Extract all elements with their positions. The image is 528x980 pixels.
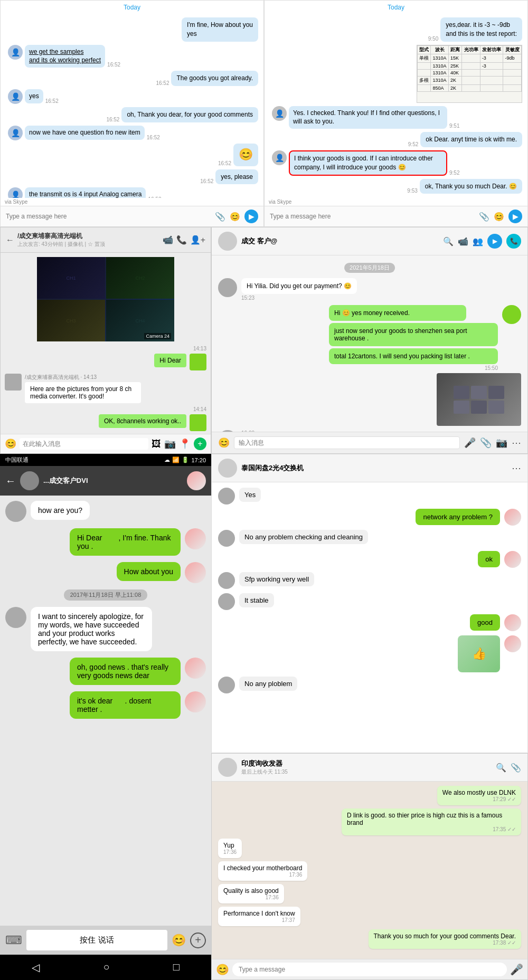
emoji-icon[interactable]: 😊 [5, 438, 16, 450]
phone-statusbar: 中国联通 ☁ 📶 🔋 17:20 [0, 454, 211, 466]
mic-icon[interactable]: 🎤 [464, 437, 476, 449]
phone-navbar: ◁ ○ □ [0, 955, 211, 980]
video-call-icon[interactable]: 📹 [458, 236, 468, 246]
wa-time-dlink: 17:35 ✓✓ [347, 826, 516, 832]
wa-emoji-icon[interactable]: 😊 [216, 963, 229, 976]
wa-search-icon[interactable]: 🔍 [496, 763, 506, 773]
wa-body: We also mostly use DLNK 17:29 ✓✓ D link … [212, 782, 527, 959]
keyboard-icon[interactable]: ⌨ [5, 934, 22, 947]
avatar-grad-good [504, 614, 521, 631]
phone-panel: 中国联通 ☁ 📶 🔋 17:20 ← ...成交客户DVI [0, 454, 211, 980]
msg-row: 👤 we get the samples and its ok working … [6, 45, 258, 68]
avatar-gradient [187, 471, 206, 490]
cctv-cell-3: CH3 [37, 300, 105, 341]
message-bubble-ok: OK, 8channels working ok.. [99, 414, 186, 428]
more-options-icon[interactable]: ⋯ [512, 437, 521, 449]
more-icon[interactable]: ⋯ [512, 462, 521, 474]
group-icon[interactable]: 👥 [473, 236, 483, 246]
cctv-cell-2: CH2 [106, 257, 174, 299]
search-icon[interactable]: 🔍 [443, 236, 454, 246]
avatar-left [218, 488, 235, 505]
attachment-icon[interactable]: 📎 [479, 212, 489, 222]
message-bubble-apologize: I want to sincerely apologize, for my wo… [31, 607, 152, 651]
message-input-right[interactable] [270, 213, 475, 220]
timestamp-right: 15:50 [329, 365, 498, 371]
send-button[interactable]: ▶ [244, 210, 258, 223]
file-icon[interactable]: 📎 [480, 437, 492, 449]
wa-bubble-performance: Performance I don't know 17:37 [218, 907, 300, 926]
more-icon[interactable]: 👤+ [190, 235, 205, 245]
location-icon[interactable]: 📍 [179, 438, 191, 450]
wechat-input-right[interactable] [234, 436, 460, 449]
msg-row: yes,dear. it is -3 ~ -9dband this is the… [270, 17, 522, 42]
contact-name: 成交 客户@ [241, 236, 439, 246]
recents-nav-icon[interactable]: □ [173, 961, 180, 974]
camera-icon[interactable]: 📷 [496, 437, 507, 449]
wa-title: 印度询收发器 [241, 759, 492, 768]
wechat-header-right: 成交 客户@ 🔍 📹 👥 ▶ 📞 [212, 227, 527, 255]
emoji-icon[interactable]: 😊 [494, 212, 504, 222]
call-btn[interactable]: 📞 [506, 234, 521, 249]
avatar-gradient-3 [185, 562, 206, 583]
msg-ok: ok [218, 551, 521, 568]
msg-row: yes, please 16:52 [6, 169, 258, 185]
wa-attachment-icon[interactable]: 📎 [511, 763, 521, 773]
avatar-right [190, 354, 206, 370]
message-bubble: now we have one question fro new item [25, 126, 145, 140]
msg-row-hi-yilia: Hi Yilia. Did you get our payment? 😊 15:… [218, 278, 521, 301]
avatar: 👤 [8, 126, 23, 140]
wa-message-input[interactable] [232, 963, 507, 976]
date-label-wechat: 2021年5月18日 [344, 263, 395, 273]
underline-text: your product works perfectly [38, 629, 115, 646]
right-side-panels: 泰国闲盘2光4交换机 ⋯ Yes network any problem ? [211, 454, 528, 980]
voice-btn[interactable]: 按住 说话 [26, 930, 167, 950]
image-icon[interactable]: 🖼 [152, 439, 161, 450]
avatar-noploblem [218, 677, 235, 693]
send-button-right[interactable]: ▶ [508, 210, 522, 223]
emoji-icon-right[interactable]: 😊 [218, 437, 230, 449]
msg-row: 👤 I think your goods is good. If I can i… [270, 150, 522, 176]
emoji-btn[interactable]: 😊 [172, 934, 186, 947]
skype-panel-left: Today I'm fine, How about youyes 👤 we ge… [0, 0, 264, 227]
wa-mic-icon[interactable]: 🎤 [510, 963, 523, 976]
wa-time-performance: 17:37 [223, 917, 295, 923]
carrier: 中国联通 [5, 456, 29, 464]
wechat-body-right: 2021年5月18日 Hi Yilia. Did you get our pay… [212, 255, 527, 432]
message-bubble: I'm fine, How about youyes [182, 17, 258, 42]
video-btn[interactable]: ▶ [487, 234, 502, 249]
wa-bubble: We also mostly use DLNK 17:29 ✓✓ [437, 786, 521, 805]
wa-bubble-thankyou: Thank you so much for your good comments… [369, 929, 521, 949]
phone-body: how are you? Hi Dear , I'm fine. Thank y… [0, 496, 211, 926]
wa-bubble-motherboard: I checked your motherboard 17:36 [218, 861, 307, 881]
attachment-icon[interactable]: 📎 [215, 212, 225, 222]
phone-icon[interactable]: 📞 [176, 235, 187, 245]
wa-msg-dlink: D link is good. so thier price is high c… [218, 808, 521, 835]
back-nav-icon[interactable]: ◁ [32, 961, 40, 974]
timestamp: 16:52 [218, 160, 231, 166]
back-icon[interactable]: ← [6, 235, 14, 245]
cctv-image-container: CH1 CH2 CH3 CH4 Camera 24 [5, 257, 206, 341]
wechat-panel-left: ← /成交柬埔寨高清光端机 上次发言: 43分钟前 | 摄像机 | ☆ 置顶 📹… [0, 227, 211, 454]
whatsapp-panel: 印度询收发器 最后上线今天 11:35 🔍 📎 We also mostly u… [211, 753, 528, 980]
video-icon[interactable]: 📹 [163, 235, 173, 245]
message-input[interactable] [6, 213, 211, 220]
signal-icon: 📶 [172, 456, 180, 463]
phone-header: ← ...成交客户DVI [0, 466, 211, 496]
photo-icon[interactable]: 📷 [164, 438, 176, 450]
avatar: 👤 [8, 187, 23, 198]
plus-btn[interactable]: + [190, 933, 206, 948]
underline-sfp: Sfp working very well [244, 575, 309, 583]
add-button[interactable]: + [194, 437, 206, 450]
contact-name-container: 泰国闲盘2光4交换机 [241, 463, 507, 473]
message-bubble-ok: ok [478, 551, 500, 567]
home-nav-icon[interactable]: ○ [103, 961, 109, 974]
my-avatar-2 [185, 528, 206, 549]
avatar-sfp [218, 572, 235, 589]
msg-sfp: Sfp working very well [218, 572, 521, 589]
wechat-input[interactable] [20, 438, 148, 450]
back-icon[interactable]: ← [5, 475, 16, 487]
msg-row-pictures: /成交柬埔寨高清光端机 · 14:13 Here are the picture… [5, 374, 206, 403]
msg-row: 👤 Yes. I checked. Thank you! If I find o… [270, 106, 522, 129]
avatar-left-2 [218, 530, 235, 547]
emoji-icon[interactable]: 😊 [230, 212, 240, 222]
